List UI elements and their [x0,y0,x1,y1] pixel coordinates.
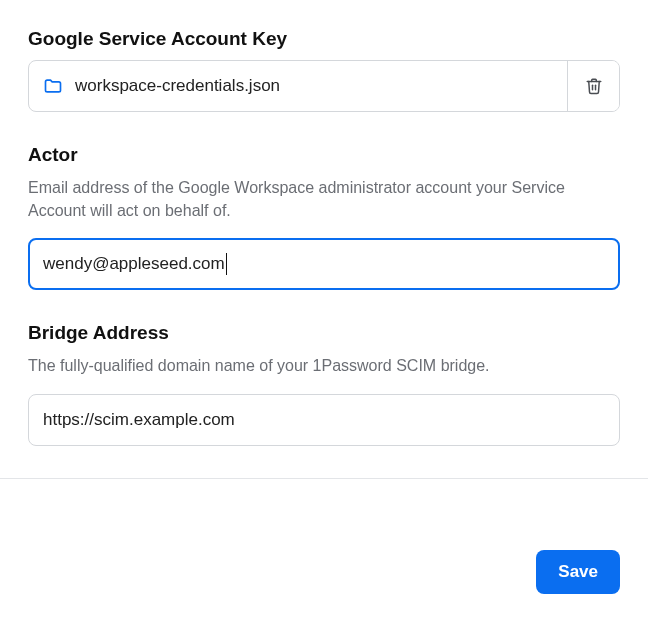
bridge-section: Bridge Address The fully-qualified domai… [28,322,620,445]
actor-description: Email address of the Google Workspace ad… [28,176,620,222]
service-key-label: Google Service Account Key [28,28,620,50]
service-key-file-row: workspace-credentials.json [28,60,620,112]
save-button[interactable]: Save [536,550,620,594]
service-key-file-picker[interactable]: workspace-credentials.json [29,61,567,111]
trash-icon [585,77,603,95]
footer-divider [0,478,648,479]
bridge-description: The fully-qualified domain name of your … [28,354,620,377]
footer: Save [536,550,620,594]
text-caret [226,253,227,275]
folder-icon [43,76,63,96]
bridge-label: Bridge Address [28,322,620,344]
actor-label: Actor [28,144,620,166]
service-key-section: Google Service Account Key workspace-cre… [28,28,620,112]
actor-section: Actor Email address of the Google Worksp… [28,144,620,290]
actor-input[interactable]: wendy@appleseed.com [28,238,620,290]
delete-file-button[interactable] [567,61,619,111]
actor-input-value: wendy@appleseed.com [43,254,225,274]
service-key-filename: workspace-credentials.json [75,76,280,96]
bridge-input[interactable] [28,394,620,446]
